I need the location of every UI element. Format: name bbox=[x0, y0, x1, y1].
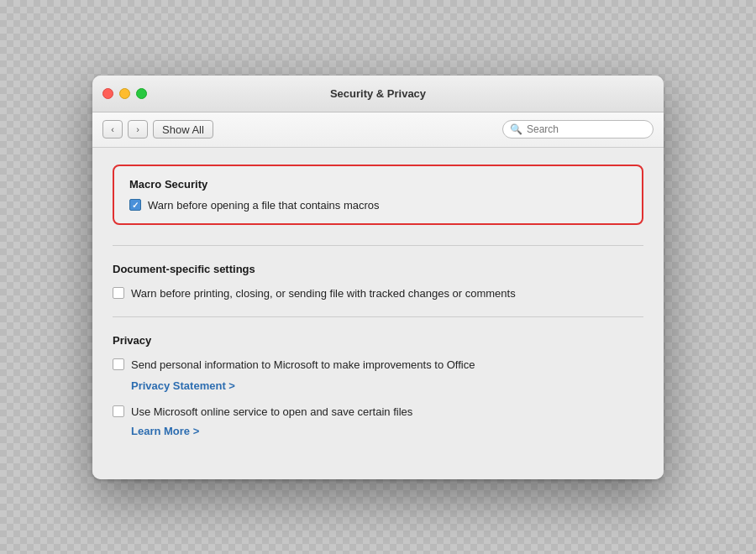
send-info-label: Send personal information to Microsoft t… bbox=[131, 358, 475, 371]
search-input[interactable] bbox=[527, 123, 646, 135]
use-online-label: Use Microsoft online service to open and… bbox=[131, 405, 412, 418]
warn-tracked-label: Warn before printing, closing, or sendin… bbox=[131, 287, 516, 300]
close-button[interactable] bbox=[102, 88, 113, 99]
content-area: Macro Security Warn before opening a fil… bbox=[92, 148, 664, 479]
warn-macros-label: Warn before opening a file that contains… bbox=[148, 199, 380, 212]
warn-macros-checkbox[interactable] bbox=[129, 199, 141, 211]
warn-macros-row: Warn before opening a file that contains… bbox=[129, 199, 627, 212]
warn-tracked-row: Warn before printing, closing, or sendin… bbox=[113, 287, 643, 300]
learn-more-link[interactable]: Learn More > bbox=[131, 425, 643, 437]
divider-1 bbox=[113, 245, 643, 246]
document-settings-section: Document-specific settings Warn before p… bbox=[113, 263, 643, 300]
document-settings-title: Document-specific settings bbox=[113, 263, 643, 275]
titlebar: Security & Privacy bbox=[92, 76, 664, 112]
minimize-button[interactable] bbox=[119, 88, 130, 99]
privacy-section: Privacy Send personal information to Mic… bbox=[113, 334, 643, 437]
warn-tracked-checkbox[interactable] bbox=[113, 287, 124, 299]
traffic-lights bbox=[102, 88, 147, 99]
show-all-button[interactable]: Show All bbox=[153, 120, 213, 138]
send-info-checkbox[interactable] bbox=[113, 358, 124, 370]
macro-security-section: Macro Security Warn before opening a fil… bbox=[113, 165, 643, 225]
use-online-row: Use Microsoft online service to open and… bbox=[113, 405, 643, 418]
back-button[interactable]: ‹ bbox=[102, 120, 123, 138]
divider-2 bbox=[113, 316, 643, 317]
search-icon: 🔍 bbox=[510, 123, 522, 135]
privacy-title: Privacy bbox=[113, 334, 643, 347]
main-window: Security & Privacy ‹ › Show All 🔍 Macro … bbox=[92, 76, 664, 479]
macro-security-title: Macro Security bbox=[129, 178, 627, 191]
forward-button[interactable]: › bbox=[128, 120, 148, 138]
search-box: 🔍 bbox=[502, 120, 654, 138]
send-info-row: Send personal information to Microsoft t… bbox=[113, 358, 643, 371]
privacy-statement-link[interactable]: Privacy Statement > bbox=[131, 379, 643, 392]
window-title: Security & Privacy bbox=[330, 87, 426, 100]
maximize-button[interactable] bbox=[136, 88, 147, 99]
use-online-checkbox[interactable] bbox=[113, 405, 124, 417]
toolbar: ‹ › Show All 🔍 bbox=[92, 112, 664, 148]
